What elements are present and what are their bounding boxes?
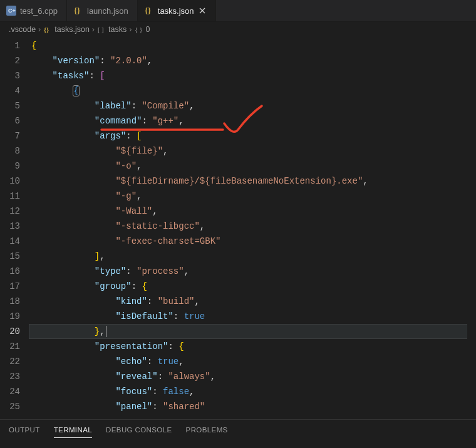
token-pun: : <box>142 116 152 126</box>
token-str: "-g" <box>115 191 137 201</box>
code-line[interactable]: "presentation": { <box>29 339 476 354</box>
code-line[interactable]: }, <box>29 324 476 339</box>
code-line[interactable]: "kind": "build", <box>29 294 476 309</box>
code-line[interactable]: "type": "process", <box>29 264 476 279</box>
vertical-scrollbar[interactable] <box>467 37 476 419</box>
token-pun: , <box>178 116 184 126</box>
breadcrumb-segment[interactable]: 0 <box>145 25 150 34</box>
tab-label: tasks.json <box>158 6 194 16</box>
panel-tab-output[interactable]: OUTPUT <box>9 426 40 438</box>
code-line[interactable]: "echo": true, <box>29 354 476 369</box>
token-pun: , <box>163 146 168 156</box>
code-line[interactable]: { <box>29 83 476 98</box>
tab-launch-json[interactable]: {} launch.json <box>67 0 138 21</box>
line-number: 14 <box>0 234 20 249</box>
line-number: 2 <box>0 53 20 68</box>
tab-tasks-json[interactable]: {} tasks.json <box>138 0 216 21</box>
breadcrumb[interactable]: .vscode › {} tasks.json › [ ] tasks › { … <box>0 22 476 37</box>
object-icon: { } <box>134 25 143 34</box>
token-str: "build" <box>158 296 195 306</box>
token-pun: , <box>184 266 189 276</box>
code-line[interactable]: "${fileDirname}/${fileBasenameNoExtensio… <box>29 174 476 189</box>
token-pun: , <box>200 221 205 231</box>
token-key: "panel" <box>115 402 152 412</box>
line-number: 16 <box>0 264 20 279</box>
code-line[interactable]: "-g", <box>29 189 476 204</box>
breadcrumb-segment[interactable]: tasks <box>108 25 127 34</box>
breadcrumb-segment[interactable]: .vscode <box>9 25 36 34</box>
line-number: 4 <box>0 83 20 98</box>
code-area[interactable]: { "version": "2.0.0", "tasks": [ { "labe… <box>29 37 476 419</box>
token-pun: : <box>147 357 158 367</box>
code-line[interactable]: "tasks": [ <box>29 68 476 83</box>
close-icon[interactable] <box>198 6 207 15</box>
token-key: "tasks" <box>53 71 90 81</box>
token-pun: , <box>178 357 184 367</box>
token-key: "reveal" <box>115 372 157 382</box>
token-pun: , <box>189 387 194 397</box>
line-number: 12 <box>0 204 20 219</box>
breadcrumb-segment[interactable]: tasks.json <box>54 25 90 34</box>
token-pun: , <box>210 372 215 382</box>
code-line[interactable]: "version": "2.0.0", <box>29 53 476 68</box>
token-key: "version" <box>53 56 100 66</box>
json-file-icon: {} <box>73 6 83 16</box>
token-key: "presentation" <box>95 341 168 352</box>
token-brkD: { <box>178 341 184 352</box>
token-pun: , <box>100 326 105 336</box>
code-line[interactable]: "label": "Compile", <box>29 98 476 113</box>
token-str: "g++" <box>152 116 178 126</box>
line-number: 1 <box>0 38 20 53</box>
token-pun: : <box>132 101 142 111</box>
line-number: 24 <box>0 384 20 399</box>
token-str: "process" <box>137 266 184 276</box>
code-line[interactable]: ], <box>29 249 476 264</box>
tab-test-6-cpp[interactable]: C+ test_6.cpp <box>0 0 67 21</box>
token-pun: , <box>137 191 142 201</box>
token-brkD: [ <box>137 131 142 141</box>
token-key: "isDefault" <box>115 311 173 321</box>
token-key: "kind" <box>115 296 147 306</box>
panel-tab-problems[interactable]: PROBLEMS <box>186 426 228 438</box>
token-brkD: ] <box>95 251 100 261</box>
token-brkD: } <box>95 326 100 336</box>
token-str: "shared" <box>163 402 205 412</box>
line-number: 18 <box>0 294 20 309</box>
code-line[interactable]: "${file}", <box>29 143 476 159</box>
token-key: "command" <box>95 116 142 126</box>
token-pun: : <box>147 296 158 306</box>
code-line[interactable]: "command": "g++", <box>29 113 476 128</box>
token-pun: : <box>173 311 184 321</box>
code-line[interactable]: "reveal": "always", <box>29 369 476 384</box>
code-line[interactable]: "panel": "shared" <box>29 399 476 414</box>
code-line[interactable]: "-Wall", <box>29 204 476 219</box>
code-line[interactable]: "-static-libgcc", <box>29 219 476 234</box>
code-line[interactable]: "-o", <box>29 159 476 174</box>
line-number: 25 <box>0 399 20 414</box>
token-key: "echo" <box>115 357 147 367</box>
line-number: 17 <box>0 279 20 294</box>
code-line[interactable]: "args": [ <box>29 128 476 143</box>
panel-tab-debug-console[interactable]: DEBUG CONSOLE <box>106 426 172 438</box>
panel-tab-terminal[interactable]: TERMINAL <box>54 426 92 438</box>
code-line[interactable]: "isDefault": true <box>29 309 476 324</box>
panel-tab-bar: OUTPUT TERMINAL DEBUG CONSOLE PROBLEMS <box>0 420 237 438</box>
token-key: "focus" <box>115 387 152 397</box>
code-line[interactable]: "-fexec-charset=GBK" <box>29 234 476 249</box>
code-line[interactable]: "group": { <box>29 279 476 294</box>
token-key: "args" <box>95 131 126 141</box>
token-brkD: { <box>142 281 147 291</box>
code-line[interactable]: { <box>29 38 476 53</box>
token-brkB: [ <box>100 71 105 81</box>
line-number: 21 <box>0 339 20 354</box>
bottom-panel: OUTPUT TERMINAL DEBUG CONSOLE PROBLEMS <box>0 419 476 448</box>
svg-text:[ ]: [ ] <box>98 26 104 33</box>
token-pun: : <box>168 341 178 352</box>
token-str: "always" <box>168 372 210 382</box>
token-pun: , <box>152 206 157 216</box>
code-line[interactable]: "focus": false, <box>29 384 476 399</box>
line-number: 9 <box>0 159 20 174</box>
code-editor[interactable]: 1234567891011121314151617181920212223242… <box>0 37 476 419</box>
line-number: 10 <box>0 174 20 189</box>
svg-text:{ }: { } <box>135 26 143 33</box>
